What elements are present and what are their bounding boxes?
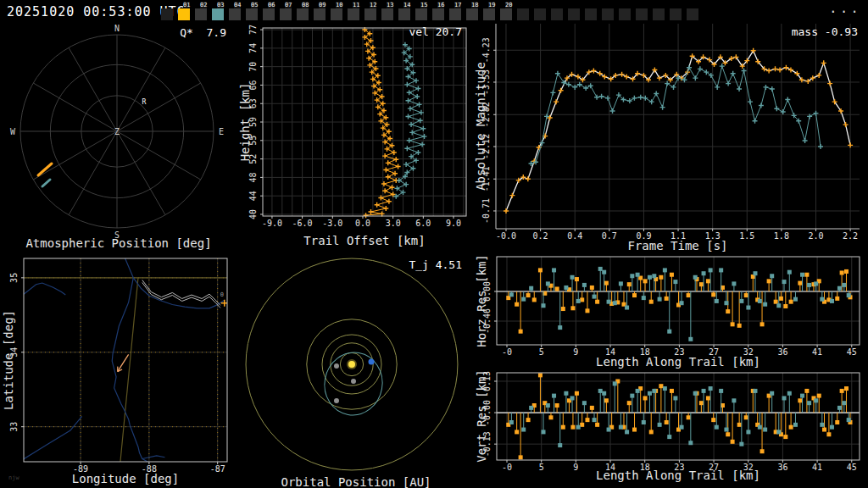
svg-text:-3.0: -3.0 [322, 219, 342, 228]
svg-text:48: 48 [248, 172, 258, 182]
atmospheric-position-plot: NSEWZR [10, 24, 224, 240]
svg-text:35: 35 [9, 273, 19, 283]
trail-offset-plot: -9.0-6.0-3.00.03.06.09.04044485255596366… [248, 25, 466, 228]
svg-text:74: 74 [248, 43, 258, 53]
app-window: 20251020 00:53:00 UTC 010203040506070809… [0, 0, 868, 488]
horz-res-xlabel: Length Along Trail [km] [497, 355, 860, 369]
svg-text:40: 40 [248, 209, 258, 219]
light-curve-ylabel: Absolute Magnitude [474, 62, 487, 191]
light-curve-xlabel: Frame Time [s] [496, 239, 860, 252]
svg-text:-6.0: -6.0 [292, 219, 313, 228]
vertical-residuals-plot: -05914182327323641450.13-0.00-0.13 [482, 371, 860, 472]
mass-annotation: mass -0.93 [792, 25, 858, 38]
svg-text:-9.0: -9.0 [262, 219, 282, 228]
svg-text:77: 77 [248, 25, 258, 35]
svg-text:-4.23: -4.23 [481, 37, 491, 63]
svg-text:E: E [219, 127, 224, 136]
svg-text:R: R [142, 98, 147, 106]
svg-text:33: 33 [9, 422, 19, 432]
orbital-position-title: Orbital Position [AU] [237, 475, 475, 488]
orbital-position-plot [246, 258, 458, 470]
q-star-annotation: Q* 7.9 [180, 26, 226, 39]
svg-text:70: 70 [248, 62, 258, 72]
svg-text:44: 44 [248, 191, 258, 201]
vert-res-xlabel: Length Along Trail [km] [497, 469, 860, 482]
horz-res-ylabel: Horz Res [km] [475, 254, 488, 347]
svg-text:6.0: 6.0 [415, 219, 431, 228]
svg-text:Z: Z [114, 127, 120, 136]
horizontal-residuals-plot: -05914182327323641450.00-0.46 [482, 257, 860, 357]
trail-offset-ylabel: Height [km] [238, 83, 252, 162]
svg-text:-0.71: -0.71 [481, 198, 491, 224]
svg-text:9.0: 9.0 [446, 219, 461, 228]
svg-text:3.0: 3.0 [386, 219, 401, 228]
map-ylabel: Latitude [deg] [2, 310, 15, 410]
tisserand-annotation: T_j 4.51 [409, 258, 462, 271]
velocity-annotation: vel 20.7 [409, 25, 462, 38]
vert-res-ylabel: Vert Res [km] [475, 369, 488, 463]
svg-text:N: N [114, 24, 120, 33]
svg-text:W: W [10, 127, 16, 136]
ground-track-map-plot: -89-88-873334350 [9, 258, 228, 474]
watermark: njw [8, 474, 19, 481]
light-curve-plot: -0.00.20.40.70.91.11.31.51.82.02.2-0.71-… [481, 24, 860, 241]
svg-text:0: 0 [220, 291, 224, 298]
atmospheric-position-title: Atmospheric Position [deg] [0, 236, 237, 250]
trail-offset-xlabel: Trail Offset [km] [263, 234, 466, 247]
svg-text:0.0: 0.0 [355, 219, 370, 228]
map-xlabel: Longitude [deg] [24, 472, 227, 485]
